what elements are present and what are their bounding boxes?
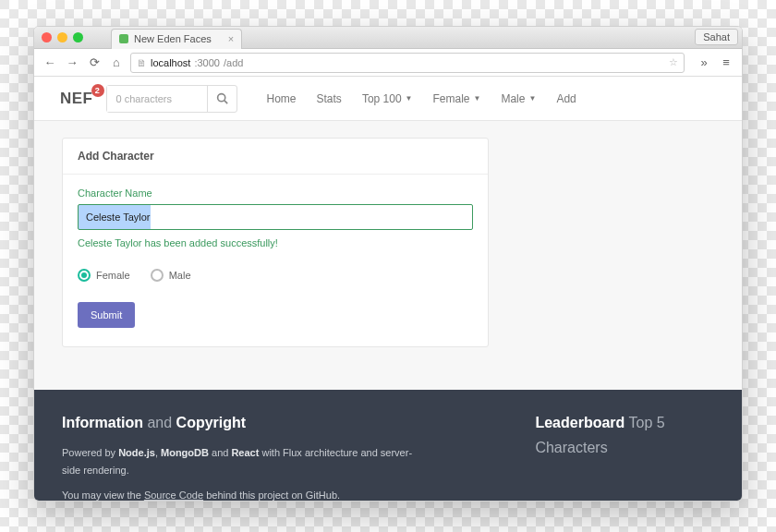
favicon-icon (119, 34, 128, 43)
leaderboard-heading: Leaderboard Top 5 Characters (535, 410, 714, 460)
traffic-lights (42, 32, 83, 42)
profile-button[interactable]: Sahat (695, 29, 738, 45)
source-line: You may view the Source Code behind this… (62, 487, 424, 501)
extensions-icon[interactable]: » (696, 54, 712, 71)
name-label: Character Name (78, 187, 473, 199)
nav-links: Home Stats Top 100 ▼ Female ▼ Male ▼ Add (267, 92, 576, 105)
radio-icon (151, 269, 164, 282)
address-bar[interactable]: 🗎 localhost:3000/add ☆ (130, 53, 685, 73)
titlebar: New Eden Faces × Sahat (34, 27, 742, 49)
info-heading: Information and Copyright (62, 410, 424, 435)
submit-button[interactable]: Submit (78, 302, 135, 328)
content-area: Add Character Character Name Celeste Tay… (34, 121, 742, 364)
file-icon: 🗎 (137, 57, 147, 68)
brand-logo[interactable]: NEF 2 (60, 90, 93, 108)
close-tab-icon[interactable]: × (228, 33, 234, 44)
url-path: /add (224, 57, 243, 68)
source-code-link[interactable]: Source Code (144, 490, 203, 501)
panel-title: Add Character (63, 139, 488, 175)
minimize-window-icon[interactable] (57, 32, 67, 42)
back-icon[interactable]: ← (42, 54, 58, 71)
character-name-input[interactable] (78, 204, 473, 230)
close-window-icon[interactable] (42, 32, 52, 42)
browser-window: New Eden Faces × Sahat ← → ⟳ ⌂ 🗎 localho… (33, 26, 743, 502)
search-icon (216, 92, 228, 104)
svg-line-1 (224, 101, 226, 103)
page-content: NEF 2 Home Stats Top 100 ▼ Female ▼ Male… (34, 77, 742, 501)
nav-home[interactable]: Home (267, 92, 297, 105)
home-icon[interactable]: ⌂ (108, 54, 125, 71)
success-message: Celeste Taylor has been added successful… (78, 237, 473, 248)
chevron-down-icon: ▼ (528, 94, 536, 103)
footer-leaderboard-col: Leaderboard Top 5 Characters (535, 410, 714, 501)
bookmark-icon[interactable]: ☆ (669, 56, 678, 68)
nav-top100[interactable]: Top 100 ▼ (362, 92, 413, 105)
tab-title: New Eden Faces (134, 33, 212, 44)
search-input[interactable] (107, 86, 207, 112)
footer-info-col: Information and Copyright Powered by Nod… (62, 410, 424, 501)
nav-add[interactable]: Add (556, 92, 576, 105)
menu-icon[interactable]: ≡ (718, 54, 734, 71)
add-character-panel: Add Character Character Name Celeste Tay… (62, 138, 489, 347)
chevron-down-icon: ▼ (474, 94, 481, 103)
chevron-down-icon: ▼ (406, 94, 413, 103)
nav-stats[interactable]: Stats (317, 92, 342, 105)
url-host: localhost (151, 57, 190, 68)
app-navbar: NEF 2 Home Stats Top 100 ▼ Female ▼ Male… (34, 77, 742, 121)
footer: Information and Copyright Powered by Nod… (34, 390, 742, 501)
reload-icon[interactable]: ⟳ (86, 54, 103, 71)
nav-male[interactable]: Male ▼ (501, 92, 536, 105)
svg-point-0 (217, 94, 224, 102)
search-button[interactable] (207, 86, 236, 112)
maximize-window-icon[interactable] (73, 32, 83, 42)
forward-icon[interactable]: → (64, 54, 80, 71)
gender-radio-group: Female Male (78, 269, 473, 282)
search-group (106, 85, 237, 113)
radio-female[interactable]: Female (78, 269, 130, 282)
url-port: :3000 (194, 57, 220, 68)
browser-toolbar: ← → ⟳ ⌂ 🗎 localhost:3000/add ☆ » ≡ (34, 49, 742, 77)
powered-by: Powered by Node.js, MongoDB and React wi… (62, 444, 424, 478)
nav-female[interactable]: Female ▼ (433, 92, 481, 105)
notification-badge: 2 (91, 84, 104, 97)
radio-icon (78, 269, 91, 282)
radio-male[interactable]: Male (151, 269, 191, 282)
browser-tab[interactable]: New Eden Faces × (111, 29, 242, 49)
